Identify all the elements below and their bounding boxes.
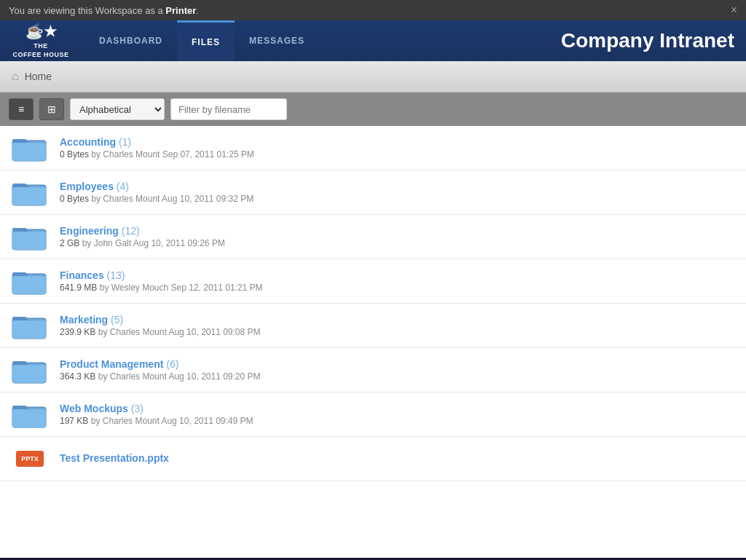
file-info: Web Mockups (3) 197 KB by Charles Mount …	[60, 403, 734, 426]
file-name: Test Presentation.pptx	[60, 452, 734, 464]
site-title: Company Intranet	[561, 29, 734, 52]
folder-icon	[12, 178, 48, 207]
file-name: Marketing (5)	[60, 314, 734, 326]
folder-icon	[12, 355, 48, 384]
notification-bar: You are viewing this Workspace as a Prin…	[0, 0, 746, 20]
svg-rect-20	[13, 410, 45, 427]
file-count: (4)	[117, 181, 129, 192]
file-meta: 197 KB by Charles Mount Aug 10, 2011 09:…	[60, 416, 734, 426]
folder-row[interactable]: Employees (4) 0 Bytes by Charles Mount A…	[0, 170, 746, 215]
breadcrumb-home[interactable]: Home	[25, 71, 52, 82]
file-name: Engineering (12)	[60, 225, 734, 237]
file-meta: 364.3 KB by Charles Mount Aug 10, 2011 0…	[60, 371, 734, 382]
filter-input[interactable]	[170, 98, 287, 120]
notification-close-button[interactable]: ×	[731, 4, 737, 16]
file-name: Accounting (1)	[60, 136, 734, 148]
folder-row[interactable]: Accounting (1) 0 Bytes by Charles Mount …	[0, 126, 746, 170]
svg-rect-8	[13, 232, 45, 249]
home-icon[interactable]: ⌂	[12, 70, 19, 83]
file-info: Finances (13) 641.9 MB by Wesley Mouch S…	[60, 269, 734, 293]
svg-rect-2	[13, 143, 45, 160]
file-name: Product Management (6)	[60, 358, 734, 370]
file-meta: 2 GB by John Galt Aug 10, 2011 09:26 PM	[60, 238, 734, 248]
nav-dashboard[interactable]: DASHBOARD	[85, 20, 177, 61]
file-name: Employees (4)	[60, 181, 734, 192]
logo: ☕★ THECOFFEE HOUSE	[12, 22, 70, 59]
file-name: Web Mockups (3)	[60, 403, 734, 414]
grid-view-button[interactable]: ⊞	[39, 98, 64, 120]
file-meta: 0 Bytes by Charles Mount Aug 10, 2011 09…	[60, 194, 734, 204]
toolbar: ≡ ⊞ Alphabetical Date Modified File Size…	[0, 92, 746, 126]
list-view-icon: ≡	[18, 103, 24, 115]
file-count: (6)	[166, 358, 178, 370]
breadcrumb-bar: ⌂ Home	[0, 61, 746, 92]
pptx-icon: PPTX	[12, 444, 48, 473]
file-name: Finances (13)	[60, 269, 734, 281]
nav-files[interactable]: FILES	[177, 20, 235, 61]
file-count: (1)	[119, 136, 131, 148]
svg-rect-17	[13, 366, 45, 382]
file-info: Product Management (6) 364.3 KB by Charl…	[60, 358, 734, 382]
file-info: Accounting (1) 0 Bytes by Charles Mount …	[60, 136, 734, 159]
file-info: Employees (4) 0 Bytes by Charles Mount A…	[60, 181, 734, 204]
svg-rect-14	[13, 321, 45, 338]
svg-rect-5	[13, 188, 45, 205]
file-count: (5)	[111, 314, 123, 326]
file-list: Accounting (1) 0 Bytes by Charles Mount …	[0, 126, 746, 558]
file-count: (12)	[122, 225, 140, 237]
folder-row[interactable]: Engineering (12) 2 GB by John Galt Aug 1…	[0, 215, 746, 259]
folder-row[interactable]: Web Mockups (3) 197 KB by Charles Mount …	[0, 393, 746, 437]
folder-row[interactable]: Finances (13) 641.9 MB by Wesley Mouch S…	[0, 259, 746, 304]
sort-dropdown[interactable]: Alphabetical Date Modified File Size Nam…	[70, 98, 165, 120]
file-info: Engineering (12) 2 GB by John Galt Aug 1…	[60, 225, 734, 248]
file-row[interactable]: PPTX Test Presentation.pptx	[0, 437, 746, 481]
nav-messages[interactable]: MESSAGES	[235, 20, 319, 61]
folder-row[interactable]: Product Management (6) 364.3 KB by Charl…	[0, 348, 746, 393]
folder-icon	[12, 222, 48, 251]
grid-view-icon: ⊞	[47, 103, 56, 115]
folder-icon	[12, 267, 48, 296]
notification-message: You are viewing this Workspace as a Prin…	[9, 5, 199, 16]
file-count: (3)	[131, 403, 144, 414]
notification-role: Printer	[165, 5, 196, 16]
logo-icon: ☕★	[25, 22, 57, 41]
svg-rect-11	[13, 277, 45, 293]
folder-row[interactable]: Marketing (5) 239.9 KB by Charles Mount …	[0, 304, 746, 348]
file-count: (13)	[107, 269, 125, 281]
folder-icon	[12, 133, 48, 162]
file-meta: 239.9 KB by Charles Mount Aug 10, 2011 0…	[60, 327, 734, 337]
list-view-button[interactable]: ≡	[9, 98, 34, 120]
folder-icon	[12, 311, 48, 340]
main-nav: DASHBOARD FILES MESSAGES	[85, 20, 561, 61]
file-meta: 641.9 MB by Wesley Mouch Sep 12, 2011 01…	[60, 283, 734, 293]
logo-text: THECOFFEE HOUSE	[12, 42, 68, 59]
file-meta: 0 Bytes by Charles Mount Sep 07, 2011 01…	[60, 149, 734, 159]
pptx-badge: PPTX	[16, 451, 44, 468]
file-info: Test Presentation.pptx	[60, 452, 734, 465]
folder-icon	[12, 400, 48, 429]
header: ☕★ THECOFFEE HOUSE DASHBOARD FILES MESSA…	[0, 20, 746, 61]
file-info: Marketing (5) 239.9 KB by Charles Mount …	[60, 314, 734, 337]
